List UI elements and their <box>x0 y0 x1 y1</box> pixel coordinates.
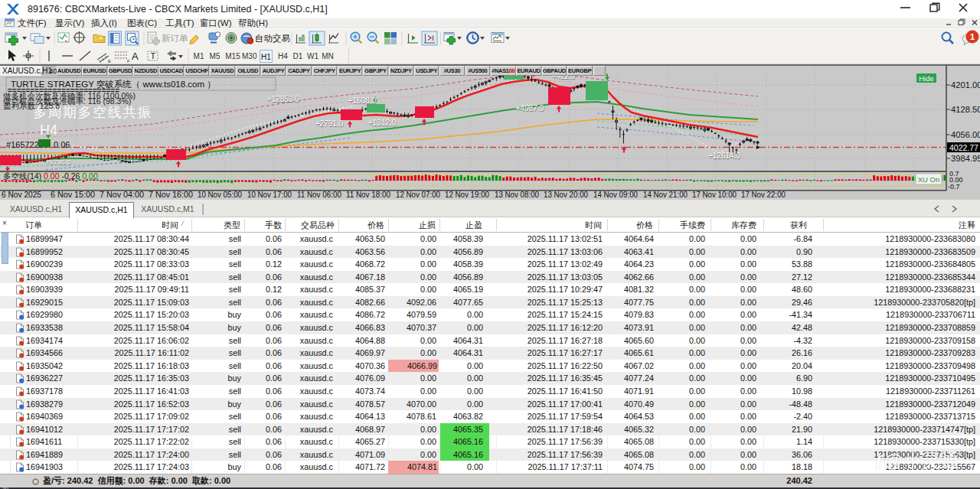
svg-text:10 Nov 17:00: 10 Nov 17:00 <box>247 191 292 199</box>
svg-text:F: F <box>127 59 130 64</box>
svg-text:+12614.0: +12614.0 <box>708 152 740 160</box>
svg-text:10 Nov 05:00: 10 Nov 05:00 <box>198 191 242 199</box>
svg-text:XU On: XU On <box>918 175 940 184</box>
svg-text:17 Nov 22:00: 17 Nov 22:00 <box>741 191 786 199</box>
svg-text:T: T <box>151 51 156 60</box>
svg-text:13 Nov 08:00: 13 Nov 08:00 <box>495 191 539 199</box>
svg-text:盈利系数: 125.8: 盈利系数: 125.8 <box>3 101 60 110</box>
svg-text:0.06: 0.06 <box>54 140 70 149</box>
svg-text:+12853.0: +12853.0 <box>267 95 299 103</box>
svg-text:多空线(14) 0.00 -0.26 0.00: 多空线(14) 0.00 -0.26 0.00 <box>3 171 98 181</box>
svg-text:A: A <box>132 51 139 62</box>
svg-text:+1608.0: +1608.0 <box>348 96 377 105</box>
svg-text:4128.50: 4128.50 <box>951 105 980 114</box>
svg-text:4022.77: 4022.77 <box>949 143 978 152</box>
svg-text:+1312.0: +1312.0 <box>368 119 397 127</box>
svg-text:7 Nov 16:00: 7 Nov 16:00 <box>149 191 193 199</box>
svg-text:14 Nov 09:00: 14 Nov 09:00 <box>593 191 638 199</box>
svg-text:4201.00: 4201.00 <box>951 80 980 90</box>
svg-text:+2791.0: +2791.0 <box>315 119 344 128</box>
svg-text:6 Nov 2025: 6 Nov 2025 <box>2 191 41 199</box>
svg-text:+4987.0: +4987.0 <box>516 104 544 112</box>
svg-text:13 Nov 20:00: 13 Nov 20:00 <box>544 191 588 199</box>
svg-text:H4: H4 <box>40 122 57 138</box>
svg-text:+9746.0: +9746.0 <box>46 158 71 166</box>
svg-text:7 Nov 04:00: 7 Nov 04:00 <box>100 191 144 199</box>
svg-text:14 Nov 21:00: 14 Nov 21:00 <box>643 191 688 199</box>
svg-text:12 Nov 19:00: 12 Nov 19:00 <box>445 191 489 199</box>
svg-text:11 Nov 06:00: 11 Nov 06:00 <box>297 191 341 199</box>
svg-text:1: 1 <box>970 32 975 41</box>
svg-text:3984.95: 3984.95 <box>951 154 980 163</box>
svg-text:12 Nov 07:00: 12 Nov 07:00 <box>396 191 440 199</box>
svg-text:4056.00: 4056.00 <box>951 130 980 139</box>
svg-text:E: E <box>108 59 111 64</box>
svg-text:新订单: 新订单 <box>162 34 188 43</box>
svg-text:6 Nov 15:00: 6 Nov 15:00 <box>51 191 95 199</box>
svg-text:自动交易: 自动交易 <box>255 34 290 43</box>
svg-text:17 Nov 10:00: 17 Nov 10:00 <box>692 191 737 199</box>
svg-text:-0.7: -0.7 <box>948 183 960 191</box>
svg-text:11 Nov 18:00: 11 Nov 18:00 <box>346 191 390 199</box>
svg-text:Hide: Hide <box>919 74 934 83</box>
